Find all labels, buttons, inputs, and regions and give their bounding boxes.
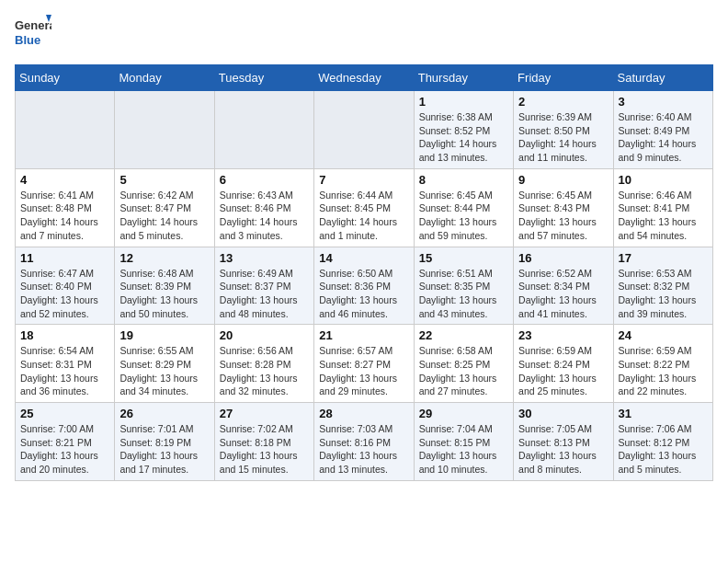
- day-number: 19: [119, 328, 209, 342]
- day-info: Sunrise: 6:42 AM Sunset: 8:47 PM Dayligh…: [119, 189, 209, 243]
- day-info: Sunrise: 6:58 AM Sunset: 8:25 PM Dayligh…: [419, 344, 508, 398]
- calendar-cell: 29Sunrise: 7:04 AM Sunset: 8:15 PM Dayli…: [414, 403, 513, 481]
- day-number: 30: [518, 407, 608, 420]
- calendar-cell: 24Sunrise: 6:59 AM Sunset: 8:22 PM Dayli…: [613, 325, 712, 403]
- day-number: 6: [220, 173, 309, 187]
- calendar-day-header: Sunday: [16, 65, 115, 91]
- day-number: 31: [619, 407, 708, 420]
- day-number: 1: [419, 95, 508, 109]
- day-number: 25: [20, 407, 109, 420]
- page-header: General Blue: [15, 15, 713, 53]
- day-number: 8: [419, 173, 508, 187]
- calendar-cell: 2Sunrise: 6:39 AM Sunset: 8:50 PM Daylig…: [514, 91, 613, 169]
- calendar-week-row: 1Sunrise: 6:38 AM Sunset: 8:52 PM Daylig…: [16, 91, 713, 169]
- day-info: Sunrise: 6:53 AM Sunset: 8:32 PM Dayligh…: [619, 267, 708, 321]
- calendar-cell: 9Sunrise: 6:45 AM Sunset: 8:43 PM Daylig…: [514, 168, 613, 247]
- day-info: Sunrise: 6:40 AM Sunset: 8:49 PM Dayligh…: [619, 110, 708, 165]
- day-number: 2: [518, 95, 608, 109]
- day-info: Sunrise: 6:57 AM Sunset: 8:27 PM Dayligh…: [319, 344, 408, 398]
- day-info: Sunrise: 6:43 AM Sunset: 8:46 PM Dayligh…: [220, 189, 309, 243]
- calendar-week-row: 25Sunrise: 7:00 AM Sunset: 8:21 PM Dayli…: [16, 403, 713, 481]
- day-number: 26: [119, 407, 209, 420]
- day-number: 16: [518, 251, 608, 265]
- day-info: Sunrise: 6:46 AM Sunset: 8:41 PM Dayligh…: [619, 189, 708, 243]
- calendar-cell: [214, 91, 313, 169]
- calendar-cell: 28Sunrise: 7:03 AM Sunset: 8:16 PM Dayli…: [314, 403, 414, 481]
- svg-text:Blue: Blue: [15, 33, 40, 47]
- day-number: 21: [319, 328, 408, 342]
- day-number: 5: [119, 173, 209, 187]
- day-info: Sunrise: 7:03 AM Sunset: 8:16 PM Dayligh…: [319, 422, 408, 477]
- day-number: 13: [220, 251, 309, 265]
- calendar-day-header: Thursday: [414, 65, 513, 91]
- calendar-cell: 13Sunrise: 6:49 AM Sunset: 8:37 PM Dayli…: [214, 247, 313, 325]
- calendar-day-header: Tuesday: [214, 65, 313, 91]
- day-number: 15: [419, 251, 508, 265]
- day-info: Sunrise: 7:01 AM Sunset: 8:19 PM Dayligh…: [119, 422, 209, 477]
- day-number: 27: [220, 407, 309, 420]
- day-number: 20: [220, 328, 309, 342]
- calendar-cell: 15Sunrise: 6:51 AM Sunset: 8:35 PM Dayli…: [414, 247, 513, 325]
- day-number: 17: [619, 251, 708, 265]
- calendar-cell: [314, 91, 414, 169]
- calendar-cell: 14Sunrise: 6:50 AM Sunset: 8:36 PM Dayli…: [314, 247, 414, 325]
- logo: General Blue: [15, 15, 51, 53]
- calendar-week-row: 11Sunrise: 6:47 AM Sunset: 8:40 PM Dayli…: [16, 247, 713, 325]
- calendar-cell: 23Sunrise: 6:59 AM Sunset: 8:24 PM Dayli…: [514, 325, 613, 403]
- calendar-header-row: SundayMondayTuesdayWednesdayThursdayFrid…: [16, 65, 713, 91]
- day-info: Sunrise: 6:49 AM Sunset: 8:37 PM Dayligh…: [220, 267, 309, 321]
- calendar-day-header: Wednesday: [314, 65, 414, 91]
- day-info: Sunrise: 7:02 AM Sunset: 8:18 PM Dayligh…: [220, 422, 309, 477]
- logo-wrapper: General Blue: [15, 15, 51, 53]
- day-info: Sunrise: 6:38 AM Sunset: 8:52 PM Dayligh…: [419, 110, 508, 165]
- day-number: 10: [619, 173, 708, 187]
- calendar-cell: [115, 91, 214, 169]
- calendar-cell: 6Sunrise: 6:43 AM Sunset: 8:46 PM Daylig…: [214, 168, 313, 247]
- day-info: Sunrise: 7:04 AM Sunset: 8:15 PM Dayligh…: [419, 422, 508, 477]
- day-number: 18: [20, 328, 109, 342]
- day-info: Sunrise: 6:52 AM Sunset: 8:34 PM Dayligh…: [518, 267, 608, 321]
- calendar-day-header: Friday: [514, 65, 613, 91]
- day-info: Sunrise: 6:55 AM Sunset: 8:29 PM Dayligh…: [119, 344, 209, 398]
- day-info: Sunrise: 6:48 AM Sunset: 8:39 PM Dayligh…: [119, 267, 209, 321]
- day-info: Sunrise: 6:45 AM Sunset: 8:43 PM Dayligh…: [518, 189, 608, 243]
- calendar-cell: 5Sunrise: 6:42 AM Sunset: 8:47 PM Daylig…: [115, 168, 214, 247]
- calendar-cell: 21Sunrise: 6:57 AM Sunset: 8:27 PM Dayli…: [314, 325, 414, 403]
- day-info: Sunrise: 6:50 AM Sunset: 8:36 PM Dayligh…: [319, 267, 408, 321]
- day-number: 14: [319, 251, 408, 265]
- calendar-cell: 16Sunrise: 6:52 AM Sunset: 8:34 PM Dayli…: [514, 247, 613, 325]
- calendar-cell: 30Sunrise: 7:05 AM Sunset: 8:13 PM Dayli…: [514, 403, 613, 481]
- calendar-cell: 17Sunrise: 6:53 AM Sunset: 8:32 PM Dayli…: [613, 247, 712, 325]
- day-info: Sunrise: 6:39 AM Sunset: 8:50 PM Dayligh…: [518, 110, 608, 165]
- calendar-cell: 4Sunrise: 6:41 AM Sunset: 8:48 PM Daylig…: [16, 168, 115, 247]
- calendar-day-header: Saturday: [613, 65, 712, 91]
- day-number: 22: [419, 328, 508, 342]
- day-info: Sunrise: 6:45 AM Sunset: 8:44 PM Dayligh…: [419, 189, 508, 243]
- calendar-cell: 19Sunrise: 6:55 AM Sunset: 8:29 PM Dayli…: [115, 325, 214, 403]
- day-info: Sunrise: 6:54 AM Sunset: 8:31 PM Dayligh…: [20, 344, 109, 398]
- calendar-cell: 8Sunrise: 6:45 AM Sunset: 8:44 PM Daylig…: [414, 168, 513, 247]
- day-info: Sunrise: 6:44 AM Sunset: 8:45 PM Dayligh…: [319, 189, 408, 243]
- calendar-cell: 11Sunrise: 6:47 AM Sunset: 8:40 PM Dayli…: [16, 247, 115, 325]
- calendar-cell: 7Sunrise: 6:44 AM Sunset: 8:45 PM Daylig…: [314, 168, 414, 247]
- calendar-cell: 22Sunrise: 6:58 AM Sunset: 8:25 PM Dayli…: [414, 325, 513, 403]
- calendar-day-header: Monday: [115, 65, 214, 91]
- day-number: 24: [619, 328, 708, 342]
- day-number: 3: [619, 95, 708, 109]
- calendar-cell: 10Sunrise: 6:46 AM Sunset: 8:41 PM Dayli…: [613, 168, 712, 247]
- calendar-cell: 3Sunrise: 6:40 AM Sunset: 8:49 PM Daylig…: [613, 91, 712, 169]
- day-number: 28: [319, 407, 408, 420]
- day-number: 4: [20, 173, 109, 187]
- day-info: Sunrise: 6:47 AM Sunset: 8:40 PM Dayligh…: [20, 267, 109, 321]
- calendar-cell: 18Sunrise: 6:54 AM Sunset: 8:31 PM Dayli…: [16, 325, 115, 403]
- day-info: Sunrise: 6:59 AM Sunset: 8:24 PM Dayligh…: [518, 344, 608, 398]
- day-info: Sunrise: 7:05 AM Sunset: 8:13 PM Dayligh…: [518, 422, 608, 477]
- calendar-cell: 27Sunrise: 7:02 AM Sunset: 8:18 PM Dayli…: [214, 403, 313, 481]
- day-info: Sunrise: 6:56 AM Sunset: 8:28 PM Dayligh…: [220, 344, 309, 398]
- day-number: 11: [20, 251, 109, 265]
- calendar-week-row: 4Sunrise: 6:41 AM Sunset: 8:48 PM Daylig…: [16, 168, 713, 247]
- calendar-cell: 1Sunrise: 6:38 AM Sunset: 8:52 PM Daylig…: [414, 91, 513, 169]
- calendar-week-row: 18Sunrise: 6:54 AM Sunset: 8:31 PM Dayli…: [16, 325, 713, 403]
- day-info: Sunrise: 7:06 AM Sunset: 8:12 PM Dayligh…: [619, 422, 708, 477]
- day-number: 23: [518, 328, 608, 342]
